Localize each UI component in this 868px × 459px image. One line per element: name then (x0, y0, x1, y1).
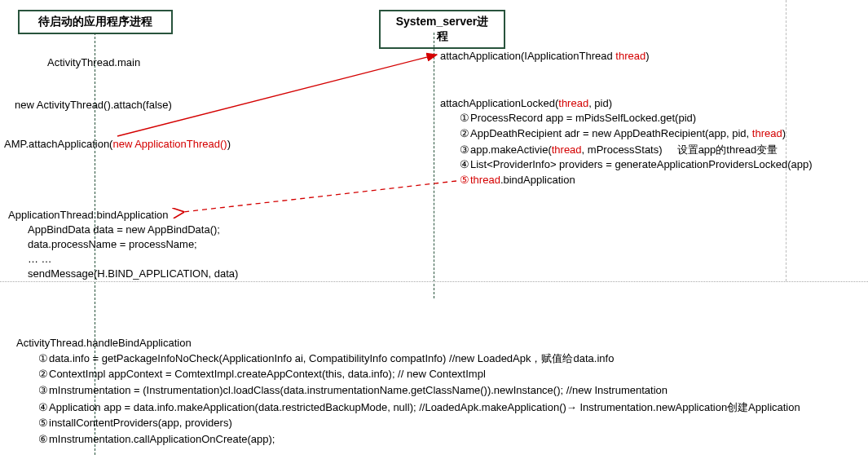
locked-step-1: ①ProcessRecord app = mPidsSelfLocked.get… (458, 112, 696, 124)
svg-line-1 (183, 181, 456, 212)
step-left-1: ActivityThread.main (47, 55, 140, 70)
bind-application-line-1: AppBindData data = new AppBindData(); (28, 223, 220, 237)
lifeline-header-left: 待启动的应用程序进程 (18, 10, 173, 34)
lifeline-header-right: System_server进程 (379, 10, 505, 49)
bind-application-line-2: data.processName = processName; (28, 237, 197, 252)
handle-step-5: ⑤installContentProviders(app, providers) (37, 417, 232, 429)
handle-step-3: ③mInstrumentation = (Instrumentation)cl.… (37, 384, 668, 396)
svg-line-0 (117, 55, 437, 136)
handle-bind-application-title: ActivityThread.handleBindApplication (16, 336, 192, 351)
locked-step-4: ④List<ProviderInfo> providers = generate… (458, 158, 813, 170)
attach-application-locked: attachApplicationLocked(thread, pid) (440, 96, 612, 111)
bind-application-title: ApplicationThread.bindApplication (8, 208, 169, 223)
handle-step-2: ②ContextImpl appContext = ComtextImpl.cr… (37, 368, 486, 380)
locked-step-3: ③app.makeActivie(thread, mProcessStats) … (458, 143, 778, 157)
bind-application-line-3: … … (28, 252, 52, 267)
step-left-2: new ActivityThread().attach(false) (15, 98, 172, 113)
bind-application-line-4: sendMessage(H.BIND_APPLICATION, data) (28, 267, 238, 281)
handle-step-6: ⑥mInstrumentation.callApplicationOnCreat… (37, 433, 275, 445)
attach-application: attachApplication(IApplicationThread thr… (440, 49, 650, 64)
divider-line (0, 281, 868, 282)
handle-step-1: ①data.info = getPackageInfoNoCheck(Appli… (37, 351, 614, 366)
step-left-3: AMP.attachApplication(new ApplicationThr… (4, 137, 231, 152)
lifeline-right (434, 33, 434, 298)
locked-step-2: ②AppDeathRecipient adr = new AppDeathRec… (458, 127, 786, 139)
guide-line (786, 0, 786, 281)
handle-step-4: ④Application app = data.info.makeApplica… (37, 400, 800, 415)
locked-step-5: ⑤thread.bindApplication (458, 174, 575, 186)
